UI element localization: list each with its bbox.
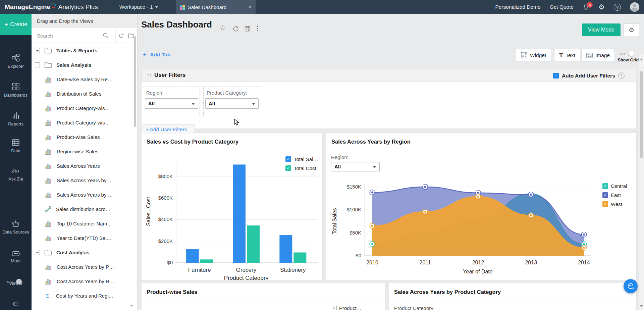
sidebar-item-data[interactable]: Data xyxy=(0,139,32,154)
search-input[interactable] xyxy=(37,32,101,40)
tree-item[interactable]: Sales Across Years by … xyxy=(32,188,132,202)
legend-item-east[interactable]: ✓East xyxy=(602,192,627,198)
checkbox-checked-icon[interactable]: ✓ xyxy=(332,306,337,310)
sidebar-item-dashboards[interactable]: Dashboards xyxy=(0,83,32,98)
user-filters-header: User Filters ✓ Auto Add User Filters ? xyxy=(142,69,636,82)
add-tab-button[interactable]: + Add Tab xyxy=(143,51,170,58)
help-icon[interactable]: ? xyxy=(614,4,621,11)
sidebar-item-explorer[interactable]: Explorer xyxy=(0,54,32,69)
sidebar-item-more[interactable]: More xyxy=(0,251,32,264)
collapse-sidebar-icon[interactable] xyxy=(0,301,32,307)
close-icon[interactable]: × xyxy=(248,4,252,10)
legend-label: West xyxy=(611,201,622,207)
text-button[interactable]: T Text xyxy=(554,49,580,61)
svg-text:Grocery: Grocery xyxy=(236,267,257,273)
favorite-star-icon[interactable]: ☆ xyxy=(219,23,226,32)
legend-item-total-cost[interactable]: ✓Total Cost xyxy=(285,165,318,171)
legend-checkbox-icon[interactable]: ✓ xyxy=(602,201,608,207)
save-icon[interactable] xyxy=(244,25,251,32)
tree-item[interactable]: Cost Across Years by P… xyxy=(32,260,132,274)
checkbox-checked-icon[interactable]: ✓ xyxy=(553,73,559,79)
chat-support-button[interactable] xyxy=(624,279,638,293)
tab-sales-dashboard[interactable]: Sales Dashboard × xyxy=(176,0,256,14)
tree-folder-label: Cost Analysis xyxy=(56,250,90,255)
tree-item-label: Product Category-wis… xyxy=(57,120,110,125)
folder-view-icon[interactable] xyxy=(128,33,134,38)
legend-checkbox-icon[interactable]: ✓ xyxy=(285,165,291,171)
sidebar-item-ask-zia[interactable]: ZiaAsk Zia xyxy=(0,166,32,182)
tree-item[interactable]: Product Category-wis… xyxy=(32,115,132,130)
top-bar: ManageEngine Analytics Plus Workspace - … xyxy=(0,0,644,14)
tree-item[interactable]: Product-wise Sales xyxy=(32,130,132,144)
sidebar-item-label: Explorer xyxy=(0,64,32,69)
drag-grip-icon[interactable] xyxy=(146,73,151,77)
tree-item[interactable]: Date-wise Sales by Re… xyxy=(32,72,132,87)
chevron-down-icon xyxy=(252,103,255,105)
svg-text:Σ: Σ xyxy=(46,293,49,299)
scroll-down-icon[interactable] xyxy=(640,305,643,307)
widget-button[interactable]: Widget xyxy=(516,49,551,61)
sidebar-item-label: More xyxy=(0,258,32,264)
legend-item-total-sales[interactable]: ✓Total Sal… xyxy=(285,156,318,162)
settings-gear-icon[interactable]: ⚙ xyxy=(598,3,605,11)
svg-text:$0: $0 xyxy=(356,253,361,258)
legend-item-central[interactable]: ✓Central xyxy=(602,183,627,189)
get-quote-link[interactable]: Get Quote xyxy=(550,4,574,10)
tree-folder[interactable]: +Tables & Reports xyxy=(32,43,132,58)
notifications-bell-icon[interactable]: 5 xyxy=(583,3,589,11)
image-button[interactable]: Image xyxy=(581,49,615,61)
tree-scrollbar[interactable] xyxy=(134,36,136,127)
main-scrollbar[interactable] xyxy=(639,54,644,310)
tree-item[interactable]: Product Category-wis… xyxy=(32,101,132,115)
tree-item[interactable]: Region-wise Sales xyxy=(32,144,132,159)
legend-checkbox-icon[interactable]: ✓ xyxy=(602,183,608,189)
refresh-icon[interactable] xyxy=(232,25,239,32)
help-icon[interactable]: ? xyxy=(618,72,625,79)
collapse-icon[interactable]: − xyxy=(35,62,40,67)
bar-chart-icon xyxy=(45,192,52,198)
kebab-menu-icon[interactable] xyxy=(257,25,258,31)
svg-text:$200K: $200K xyxy=(158,238,173,244)
legend-item-west[interactable]: ✓West xyxy=(602,201,627,207)
views-tree-panel: Drag and Drop the Views +Tables & Report… xyxy=(32,14,138,310)
tree-item[interactable]: Sales Across Years by … xyxy=(32,173,132,188)
legend-checkbox-icon[interactable]: ✓ xyxy=(602,192,608,198)
product-category-filter-select[interactable]: All xyxy=(205,98,259,109)
create-button[interactable]: + Create xyxy=(0,14,32,35)
region-select[interactable]: All xyxy=(331,162,380,171)
more-icon xyxy=(0,251,32,256)
tree-item[interactable]: ΣCost by Years and Regi… xyxy=(32,289,132,303)
tree-scroll-down-icon[interactable] xyxy=(130,305,133,307)
personalized-demo-link[interactable]: Personalized Demo xyxy=(495,4,540,10)
tree-item[interactable]: Year to Date(YTD) Sal… xyxy=(32,231,132,245)
legend-item[interactable]: ✓ Product… xyxy=(332,305,362,310)
workspace-dropdown[interactable]: Workspace - 1 xyxy=(119,0,158,14)
notification-badge: 5 xyxy=(587,2,593,8)
view-mode-button[interactable]: View Mode xyxy=(582,23,621,36)
sidebar-item-label: Data Sources xyxy=(0,229,32,235)
tree-item[interactable]: Cost Across Years by R… xyxy=(32,274,132,289)
avatar[interactable] xyxy=(630,2,639,12)
sidebar-item-reports[interactable]: Reports xyxy=(0,111,32,127)
auto-add-user-filters[interactable]: ✓ Auto Add User Filters ? xyxy=(553,72,625,79)
collapse-icon[interactable]: − xyxy=(35,250,40,255)
tree-folder[interactable]: −Sales Analysis xyxy=(32,58,132,72)
scroll-up-icon[interactable] xyxy=(640,58,643,60)
legend-checkbox-icon[interactable]: ✓ xyxy=(285,156,291,162)
expand-icon[interactable]: + xyxy=(35,48,40,53)
sidebar-item-data-sources[interactable]: Data Sources xyxy=(0,219,32,235)
sales-by-product-category-panel: Sales Across Years by Product Category P… xyxy=(389,283,637,310)
scrollbar-thumb[interactable] xyxy=(640,71,643,158)
refresh-views-icon[interactable] xyxy=(118,33,124,39)
dashboard-settings-gear-icon[interactable]: ⚙ xyxy=(624,23,639,36)
tree-item[interactable]: Sales Across Years xyxy=(32,159,132,173)
add-user-filters-button[interactable]: + Add User Filters xyxy=(142,124,195,134)
tree-item[interactable]: Distribution of Sales xyxy=(32,87,132,101)
explorer-icon xyxy=(0,54,32,62)
tree-item[interactable]: Sales distribution acro… xyxy=(32,202,132,216)
tree-item[interactable]: Top 10 Customer Nam… xyxy=(32,216,132,231)
tree-folder[interactable]: −Cost Analysis xyxy=(32,245,132,260)
region-filter-select[interactable]: All xyxy=(145,98,198,109)
show-grid-toggle[interactable]: OFF xyxy=(628,50,629,56)
svg-text:Product Category: Product Category xyxy=(224,275,269,280)
